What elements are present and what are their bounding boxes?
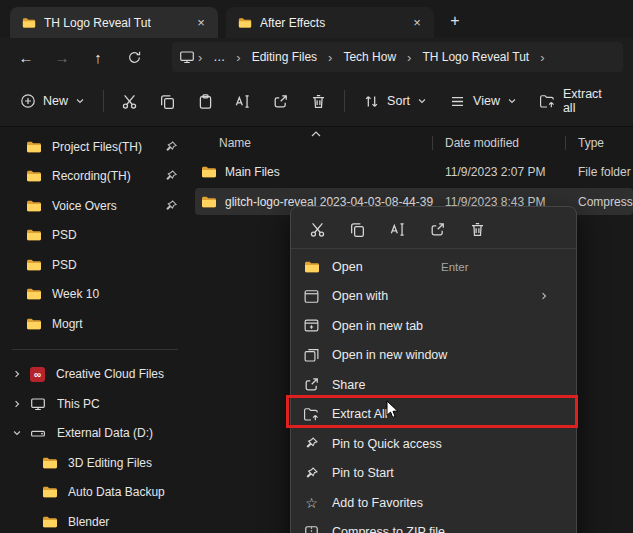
sidebar-item-psd-1[interactable]: PSD <box>4 221 186 251</box>
sidebar-item-label: 3D Editing Files <box>68 456 178 470</box>
copy-button[interactable] <box>150 84 186 118</box>
menu-item-open-in-new-window[interactable]: Open in new window <box>291 341 576 371</box>
breadcrumb-separator: › <box>538 50 546 65</box>
menu-item-compress-to-zip[interactable]: Compress to ZIP file <box>291 518 576 533</box>
new-window-icon <box>303 347 320 364</box>
new-tab-button[interactable]: + <box>442 8 468 34</box>
cut-button[interactable] <box>301 214 333 244</box>
close-tab-icon[interactable]: × <box>408 14 426 32</box>
share-button[interactable] <box>421 214 453 244</box>
open-with-icon <box>303 288 320 305</box>
sidebar-item-project-files-th[interactable]: Project Files(TH) <box>4 132 186 162</box>
file-row-main-files[interactable]: Main Files 11/9/2023 2:07 PM File folder <box>195 158 633 185</box>
sidebar-item-recording-th[interactable]: Recording(TH) <box>4 162 186 192</box>
submenu-chevron-icon <box>539 291 549 301</box>
extract-all-button-label: Extract all <box>563 87 613 115</box>
tab-after-effects[interactable]: After Effects × <box>226 7 434 38</box>
menu-item-open-in-new-tab[interactable]: Open in new tab <box>291 311 576 341</box>
highlight-red-box <box>286 395 578 428</box>
sidebar-divider <box>12 349 178 350</box>
file-type-cell: Compressed <box>570 195 633 209</box>
close-tab-icon[interactable]: × <box>192 14 210 32</box>
file-type-cell: File folder <box>570 165 633 179</box>
menu-item-open-with[interactable]: Open with <box>291 282 576 312</box>
sidebar-item-creative-cloud-files[interactable]: ∞ Creative Cloud Files <box>4 360 186 390</box>
sidebar-item-auto-data-backup[interactable]: Auto Data Backup <box>4 478 186 508</box>
paste-button[interactable] <box>187 84 223 118</box>
share-icon <box>272 93 289 110</box>
breadcrumb-item-editing-files[interactable]: Editing Files <box>245 47 324 67</box>
menu-item-pin-to-start[interactable]: Pin to Start <box>291 459 576 489</box>
folder-icon <box>201 194 217 210</box>
sidebar-item-label: Auto Data Backup <box>68 485 178 499</box>
tab-th-logo-reveal-tut[interactable]: TH Logo Reveal Tut × <box>10 7 218 38</box>
menu-item-pin-to-quick-access[interactable]: Pin to Quick access <box>291 429 576 459</box>
pin-icon <box>164 169 178 183</box>
toolbar-divider <box>103 90 104 112</box>
breadcrumb-item-th-logo-reveal-tut[interactable]: TH Logo Reveal Tut <box>415 47 536 67</box>
new-button-label: New <box>43 94 68 108</box>
folder-icon <box>42 514 58 530</box>
sidebar-item-mogrt[interactable]: Mogrt <box>4 309 186 339</box>
command-bar: New Sort View <box>0 76 633 127</box>
view-button[interactable]: View <box>439 84 527 118</box>
refresh-button[interactable] <box>118 42 150 72</box>
sidebar-item-external-data-d[interactable]: External Data (D:) <box>4 419 186 449</box>
sidebar-item-blender[interactable]: Blender <box>4 507 186 533</box>
new-tab-icon <box>303 317 320 334</box>
folder-icon <box>26 257 42 273</box>
cut-button[interactable] <box>112 84 148 118</box>
pin-icon <box>164 199 178 213</box>
view-button-label: View <box>473 94 500 108</box>
breadcrumb-item-tech-how[interactable]: Tech How <box>336 47 403 67</box>
delete-button[interactable] <box>461 214 493 244</box>
back-button[interactable]: ← <box>10 42 42 72</box>
copy-button[interactable] <box>341 214 373 244</box>
menu-item-add-to-favorites[interactable]: ☆ Add to Favorites <box>291 488 576 518</box>
delete-button[interactable] <box>300 84 336 118</box>
new-tab-glyph <box>303 317 320 334</box>
chevron-right-glyph <box>12 369 22 379</box>
sidebar-item-voice-overs[interactable]: Voice Overs <box>4 191 186 221</box>
breadcrumb-separator: › <box>196 50 204 65</box>
folder-icon <box>26 198 42 214</box>
this-pc-icon[interactable] <box>180 50 194 64</box>
menu-item-label: Pin to Start <box>332 466 394 480</box>
column-header-date-modified[interactable]: Date modified <box>437 136 570 150</box>
sort-button[interactable]: Sort <box>353 84 437 118</box>
extract-all-button[interactable]: Extract all <box>529 84 623 118</box>
tab-title: After Effects <box>260 16 400 30</box>
share-button[interactable] <box>263 84 299 118</box>
forward-button[interactable]: → <box>46 42 78 72</box>
sidebar-item-week-10[interactable]: Week 10 <box>4 280 186 310</box>
chevron-down-icon[interactable] <box>10 426 24 440</box>
tab-bar: TH Logo Reveal Tut × After Effects × + <box>0 0 633 38</box>
sidebar-item-psd-2[interactable]: PSD <box>4 250 186 280</box>
rename-button[interactable] <box>225 84 261 118</box>
sidebar-item-this-pc[interactable]: This PC <box>4 389 186 419</box>
menu-shortcut: Enter <box>441 261 469 273</box>
view-icon <box>449 93 466 110</box>
new-button[interactable]: New <box>10 84 95 118</box>
pin-icon <box>164 140 178 154</box>
rename-button[interactable] <box>381 214 413 244</box>
menu-item-open[interactable]: Open Enter <box>291 252 576 282</box>
up-button[interactable]: ↑ <box>82 42 114 72</box>
sort-ascending-caret-icon <box>311 131 321 137</box>
menu-item-label: Share <box>332 378 365 392</box>
breadcrumb-separator: › <box>234 50 242 65</box>
chevron-right-icon[interactable] <box>10 397 24 411</box>
breadcrumb-overflow[interactable]: … <box>206 47 232 67</box>
column-header-type[interactable]: Type <box>570 136 633 150</box>
file-date-cell: 11/9/2023 2:07 PM <box>437 165 570 179</box>
column-header-name[interactable]: Name <box>195 136 437 150</box>
chevron-down-icon <box>417 96 427 106</box>
sidebar-item-3d-editing-files[interactable]: 3D Editing Files <box>4 448 186 478</box>
sidebar-item-label: PSD <box>52 228 178 242</box>
paste-icon <box>197 93 214 110</box>
chevron-right-glyph <box>12 399 22 409</box>
rename-icon <box>389 221 406 238</box>
chevron-right-icon[interactable] <box>10 367 24 381</box>
file-name: Main Files <box>225 165 280 179</box>
sidebar-item-label: PSD <box>52 258 178 272</box>
